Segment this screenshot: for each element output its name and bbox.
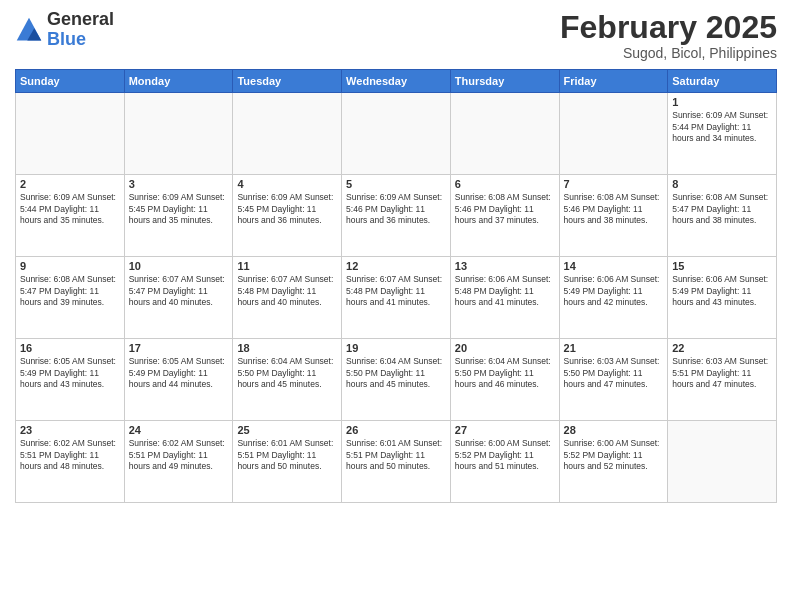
location-subtitle: Sugod, Bicol, Philippines bbox=[560, 45, 777, 61]
calendar-cell: 17Sunrise: 6:05 AM Sunset: 5:49 PM Dayli… bbox=[124, 339, 233, 421]
day-info: Sunrise: 6:04 AM Sunset: 5:50 PM Dayligh… bbox=[237, 356, 337, 390]
calendar-cell: 5Sunrise: 6:09 AM Sunset: 5:46 PM Daylig… bbox=[342, 175, 451, 257]
calendar-cell: 19Sunrise: 6:04 AM Sunset: 5:50 PM Dayli… bbox=[342, 339, 451, 421]
week-row-2: 9Sunrise: 6:08 AM Sunset: 5:47 PM Daylig… bbox=[16, 257, 777, 339]
logo-blue: Blue bbox=[47, 29, 86, 49]
calendar-cell: 28Sunrise: 6:00 AM Sunset: 5:52 PM Dayli… bbox=[559, 421, 668, 503]
day-info: Sunrise: 6:07 AM Sunset: 5:47 PM Dayligh… bbox=[129, 274, 229, 308]
calendar-cell: 16Sunrise: 6:05 AM Sunset: 5:49 PM Dayli… bbox=[16, 339, 125, 421]
calendar-cell: 22Sunrise: 6:03 AM Sunset: 5:51 PM Dayli… bbox=[668, 339, 777, 421]
week-row-3: 16Sunrise: 6:05 AM Sunset: 5:49 PM Dayli… bbox=[16, 339, 777, 421]
calendar-cell: 14Sunrise: 6:06 AM Sunset: 5:49 PM Dayli… bbox=[559, 257, 668, 339]
day-number: 9 bbox=[20, 260, 120, 272]
calendar-cell bbox=[233, 93, 342, 175]
day-number: 15 bbox=[672, 260, 772, 272]
days-header-row: SundayMondayTuesdayWednesdayThursdayFrid… bbox=[16, 70, 777, 93]
day-info: Sunrise: 6:01 AM Sunset: 5:51 PM Dayligh… bbox=[346, 438, 446, 472]
day-number: 25 bbox=[237, 424, 337, 436]
calendar-cell: 7Sunrise: 6:08 AM Sunset: 5:46 PM Daylig… bbox=[559, 175, 668, 257]
logo-icon bbox=[15, 16, 43, 44]
week-row-0: 1Sunrise: 6:09 AM Sunset: 5:44 PM Daylig… bbox=[16, 93, 777, 175]
month-title: February 2025 bbox=[560, 10, 777, 45]
calendar-cell bbox=[342, 93, 451, 175]
day-info: Sunrise: 6:09 AM Sunset: 5:45 PM Dayligh… bbox=[237, 192, 337, 226]
calendar-cell: 23Sunrise: 6:02 AM Sunset: 5:51 PM Dayli… bbox=[16, 421, 125, 503]
day-info: Sunrise: 6:09 AM Sunset: 5:45 PM Dayligh… bbox=[129, 192, 229, 226]
day-info: Sunrise: 6:02 AM Sunset: 5:51 PM Dayligh… bbox=[20, 438, 120, 472]
day-info: Sunrise: 6:05 AM Sunset: 5:49 PM Dayligh… bbox=[20, 356, 120, 390]
day-info: Sunrise: 6:00 AM Sunset: 5:52 PM Dayligh… bbox=[455, 438, 555, 472]
day-info: Sunrise: 6:07 AM Sunset: 5:48 PM Dayligh… bbox=[346, 274, 446, 308]
day-number: 26 bbox=[346, 424, 446, 436]
calendar-cell bbox=[16, 93, 125, 175]
calendar-cell: 24Sunrise: 6:02 AM Sunset: 5:51 PM Dayli… bbox=[124, 421, 233, 503]
day-header-friday: Friday bbox=[559, 70, 668, 93]
day-number: 19 bbox=[346, 342, 446, 354]
calendar-cell: 15Sunrise: 6:06 AM Sunset: 5:49 PM Dayli… bbox=[668, 257, 777, 339]
day-number: 18 bbox=[237, 342, 337, 354]
day-number: 27 bbox=[455, 424, 555, 436]
day-header-monday: Monday bbox=[124, 70, 233, 93]
day-info: Sunrise: 6:09 AM Sunset: 5:44 PM Dayligh… bbox=[20, 192, 120, 226]
calendar-cell bbox=[668, 421, 777, 503]
calendar-cell bbox=[559, 93, 668, 175]
day-info: Sunrise: 6:06 AM Sunset: 5:49 PM Dayligh… bbox=[672, 274, 772, 308]
day-info: Sunrise: 6:05 AM Sunset: 5:49 PM Dayligh… bbox=[129, 356, 229, 390]
logo-general: General bbox=[47, 9, 114, 29]
day-number: 12 bbox=[346, 260, 446, 272]
title-block: February 2025 Sugod, Bicol, Philippines bbox=[560, 10, 777, 61]
day-header-thursday: Thursday bbox=[450, 70, 559, 93]
calendar-cell: 26Sunrise: 6:01 AM Sunset: 5:51 PM Dayli… bbox=[342, 421, 451, 503]
header: General Blue February 2025 Sugod, Bicol,… bbox=[15, 10, 777, 61]
day-info: Sunrise: 6:09 AM Sunset: 5:46 PM Dayligh… bbox=[346, 192, 446, 226]
calendar-cell: 2Sunrise: 6:09 AM Sunset: 5:44 PM Daylig… bbox=[16, 175, 125, 257]
day-info: Sunrise: 6:06 AM Sunset: 5:49 PM Dayligh… bbox=[564, 274, 664, 308]
calendar-cell bbox=[450, 93, 559, 175]
calendar-cell: 9Sunrise: 6:08 AM Sunset: 5:47 PM Daylig… bbox=[16, 257, 125, 339]
logo-text: General Blue bbox=[47, 10, 114, 50]
calendar-cell: 11Sunrise: 6:07 AM Sunset: 5:48 PM Dayli… bbox=[233, 257, 342, 339]
day-number: 23 bbox=[20, 424, 120, 436]
day-number: 13 bbox=[455, 260, 555, 272]
calendar-cell: 8Sunrise: 6:08 AM Sunset: 5:47 PM Daylig… bbox=[668, 175, 777, 257]
calendar-cell: 1Sunrise: 6:09 AM Sunset: 5:44 PM Daylig… bbox=[668, 93, 777, 175]
calendar-cell: 4Sunrise: 6:09 AM Sunset: 5:45 PM Daylig… bbox=[233, 175, 342, 257]
day-number: 3 bbox=[129, 178, 229, 190]
calendar-cell bbox=[124, 93, 233, 175]
day-info: Sunrise: 6:03 AM Sunset: 5:51 PM Dayligh… bbox=[672, 356, 772, 390]
calendar-cell: 10Sunrise: 6:07 AM Sunset: 5:47 PM Dayli… bbox=[124, 257, 233, 339]
day-number: 28 bbox=[564, 424, 664, 436]
day-number: 20 bbox=[455, 342, 555, 354]
week-row-4: 23Sunrise: 6:02 AM Sunset: 5:51 PM Dayli… bbox=[16, 421, 777, 503]
calendar-cell: 25Sunrise: 6:01 AM Sunset: 5:51 PM Dayli… bbox=[233, 421, 342, 503]
day-info: Sunrise: 6:06 AM Sunset: 5:48 PM Dayligh… bbox=[455, 274, 555, 308]
day-info: Sunrise: 6:02 AM Sunset: 5:51 PM Dayligh… bbox=[129, 438, 229, 472]
calendar-cell: 6Sunrise: 6:08 AM Sunset: 5:46 PM Daylig… bbox=[450, 175, 559, 257]
day-info: Sunrise: 6:00 AM Sunset: 5:52 PM Dayligh… bbox=[564, 438, 664, 472]
calendar-cell: 3Sunrise: 6:09 AM Sunset: 5:45 PM Daylig… bbox=[124, 175, 233, 257]
day-info: Sunrise: 6:04 AM Sunset: 5:50 PM Dayligh… bbox=[346, 356, 446, 390]
day-number: 14 bbox=[564, 260, 664, 272]
day-number: 2 bbox=[20, 178, 120, 190]
calendar-page: General Blue February 2025 Sugod, Bicol,… bbox=[0, 0, 792, 612]
day-number: 16 bbox=[20, 342, 120, 354]
calendar-table: SundayMondayTuesdayWednesdayThursdayFrid… bbox=[15, 69, 777, 503]
day-number: 1 bbox=[672, 96, 772, 108]
day-number: 17 bbox=[129, 342, 229, 354]
week-row-1: 2Sunrise: 6:09 AM Sunset: 5:44 PM Daylig… bbox=[16, 175, 777, 257]
calendar-cell: 21Sunrise: 6:03 AM Sunset: 5:50 PM Dayli… bbox=[559, 339, 668, 421]
day-info: Sunrise: 6:04 AM Sunset: 5:50 PM Dayligh… bbox=[455, 356, 555, 390]
day-number: 11 bbox=[237, 260, 337, 272]
day-info: Sunrise: 6:01 AM Sunset: 5:51 PM Dayligh… bbox=[237, 438, 337, 472]
day-info: Sunrise: 6:08 AM Sunset: 5:47 PM Dayligh… bbox=[20, 274, 120, 308]
day-number: 21 bbox=[564, 342, 664, 354]
calendar-cell: 27Sunrise: 6:00 AM Sunset: 5:52 PM Dayli… bbox=[450, 421, 559, 503]
day-info: Sunrise: 6:08 AM Sunset: 5:46 PM Dayligh… bbox=[455, 192, 555, 226]
day-number: 8 bbox=[672, 178, 772, 190]
calendar-cell: 18Sunrise: 6:04 AM Sunset: 5:50 PM Dayli… bbox=[233, 339, 342, 421]
day-number: 7 bbox=[564, 178, 664, 190]
day-info: Sunrise: 6:08 AM Sunset: 5:46 PM Dayligh… bbox=[564, 192, 664, 226]
day-number: 22 bbox=[672, 342, 772, 354]
day-info: Sunrise: 6:08 AM Sunset: 5:47 PM Dayligh… bbox=[672, 192, 772, 226]
logo: General Blue bbox=[15, 10, 114, 50]
